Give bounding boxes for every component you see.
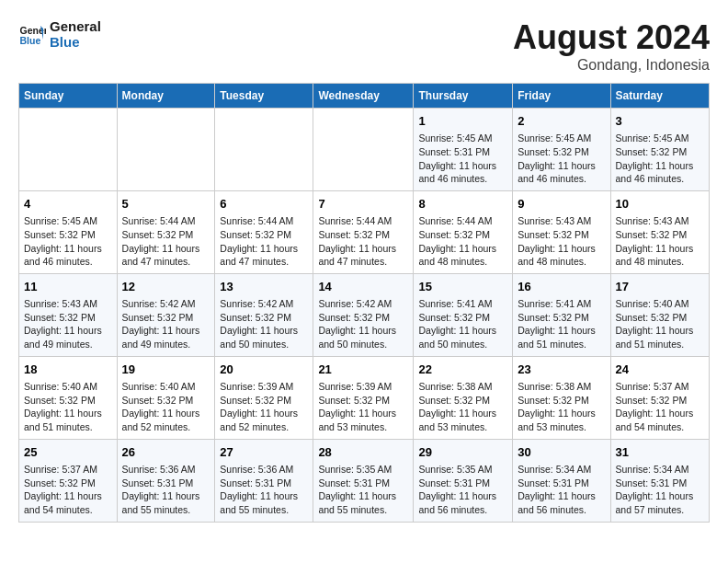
calendar-cell: 20Sunrise: 5:39 AM Sunset: 5:32 PM Dayli… bbox=[215, 356, 313, 439]
day-header-friday: Friday bbox=[513, 84, 610, 109]
day-info: Sunrise: 5:41 AM Sunset: 5:32 PM Dayligh… bbox=[518, 297, 605, 351]
day-number: 4 bbox=[24, 196, 112, 213]
day-info: Sunrise: 5:40 AM Sunset: 5:32 PM Dayligh… bbox=[24, 380, 112, 434]
day-info: Sunrise: 5:45 AM Sunset: 5:32 PM Dayligh… bbox=[616, 132, 705, 186]
calendar-cell: 5Sunrise: 5:44 AM Sunset: 5:32 PM Daylig… bbox=[117, 190, 215, 273]
calendar-body: 1Sunrise: 5:45 AM Sunset: 5:31 PM Daylig… bbox=[19, 109, 710, 523]
day-info: Sunrise: 5:45 AM Sunset: 5:32 PM Dayligh… bbox=[24, 214, 112, 269]
day-number: 21 bbox=[318, 362, 408, 378]
calendar-cell: 30Sunrise: 5:34 AM Sunset: 5:31 PM Dayli… bbox=[513, 439, 610, 522]
calendar-cell: 2Sunrise: 5:45 AM Sunset: 5:32 PM Daylig… bbox=[513, 109, 610, 191]
calendar-cell: 1Sunrise: 5:45 AM Sunset: 5:31 PM Daylig… bbox=[414, 109, 513, 191]
day-info: Sunrise: 5:34 AM Sunset: 5:31 PM Dayligh… bbox=[616, 463, 705, 517]
calendar-cell: 31Sunrise: 5:34 AM Sunset: 5:31 PM Dayli… bbox=[610, 439, 710, 522]
calendar-cell bbox=[117, 109, 215, 191]
day-info: Sunrise: 5:38 AM Sunset: 5:32 PM Dayligh… bbox=[518, 380, 605, 434]
calendar-cell: 19Sunrise: 5:40 AM Sunset: 5:32 PM Dayli… bbox=[117, 356, 215, 439]
calendar-cell: 10Sunrise: 5:43 AM Sunset: 5:32 PM Dayli… bbox=[610, 190, 710, 273]
day-info: Sunrise: 5:42 AM Sunset: 5:32 PM Dayligh… bbox=[122, 297, 210, 351]
day-number: 29 bbox=[418, 444, 507, 461]
day-info: Sunrise: 5:42 AM Sunset: 5:32 PM Dayligh… bbox=[318, 297, 408, 351]
day-info: Sunrise: 5:44 AM Sunset: 5:32 PM Dayligh… bbox=[122, 214, 210, 269]
day-info: Sunrise: 5:39 AM Sunset: 5:32 PM Dayligh… bbox=[318, 380, 408, 434]
day-number: 5 bbox=[122, 196, 210, 213]
calendar-cell: 18Sunrise: 5:40 AM Sunset: 5:32 PM Dayli… bbox=[19, 356, 118, 439]
calendar-cell: 12Sunrise: 5:42 AM Sunset: 5:32 PM Dayli… bbox=[117, 273, 215, 356]
day-number: 31 bbox=[616, 444, 705, 461]
week-row-5: 25Sunrise: 5:37 AM Sunset: 5:32 PM Dayli… bbox=[19, 439, 710, 522]
day-header-tuesday: Tuesday bbox=[215, 84, 313, 109]
day-number: 8 bbox=[418, 196, 507, 213]
day-info: Sunrise: 5:44 AM Sunset: 5:32 PM Dayligh… bbox=[318, 214, 408, 269]
day-number: 15 bbox=[418, 279, 507, 295]
day-info: Sunrise: 5:44 AM Sunset: 5:32 PM Dayligh… bbox=[418, 214, 507, 269]
day-number: 6 bbox=[220, 196, 308, 213]
day-number: 3 bbox=[616, 113, 705, 130]
logo: General Blue General Blue bbox=[18, 18, 101, 50]
day-info: Sunrise: 5:45 AM Sunset: 5:31 PM Dayligh… bbox=[418, 132, 507, 186]
calendar-cell: 13Sunrise: 5:42 AM Sunset: 5:32 PM Dayli… bbox=[215, 273, 313, 356]
day-number: 26 bbox=[122, 444, 210, 461]
calendar-cell: 16Sunrise: 5:41 AM Sunset: 5:32 PM Dayli… bbox=[513, 273, 610, 356]
calendar-cell: 8Sunrise: 5:44 AM Sunset: 5:32 PM Daylig… bbox=[414, 190, 513, 273]
day-info: Sunrise: 5:43 AM Sunset: 5:32 PM Dayligh… bbox=[24, 297, 112, 351]
week-row-2: 4Sunrise: 5:45 AM Sunset: 5:32 PM Daylig… bbox=[19, 190, 710, 273]
calendar-cell: 15Sunrise: 5:41 AM Sunset: 5:32 PM Dayli… bbox=[414, 273, 513, 356]
calendar-cell: 4Sunrise: 5:45 AM Sunset: 5:32 PM Daylig… bbox=[19, 190, 118, 273]
day-number: 16 bbox=[518, 279, 605, 295]
day-number: 9 bbox=[518, 196, 605, 213]
week-row-3: 11Sunrise: 5:43 AM Sunset: 5:32 PM Dayli… bbox=[19, 273, 710, 356]
calendar-cell: 6Sunrise: 5:44 AM Sunset: 5:32 PM Daylig… bbox=[215, 190, 313, 273]
day-number: 25 bbox=[24, 444, 112, 461]
calendar-table: SundayMondayTuesdayWednesdayThursdayFrid… bbox=[18, 83, 710, 523]
week-row-4: 18Sunrise: 5:40 AM Sunset: 5:32 PM Dayli… bbox=[19, 356, 710, 439]
logo-icon: General Blue bbox=[18, 20, 46, 48]
calendar-cell: 27Sunrise: 5:36 AM Sunset: 5:31 PM Dayli… bbox=[215, 439, 313, 522]
day-number: 12 bbox=[122, 279, 210, 295]
calendar-cell: 22Sunrise: 5:38 AM Sunset: 5:32 PM Dayli… bbox=[414, 356, 513, 439]
day-number: 11 bbox=[24, 279, 112, 295]
calendar-cell: 24Sunrise: 5:37 AM Sunset: 5:32 PM Dayli… bbox=[610, 356, 710, 439]
week-row-1: 1Sunrise: 5:45 AM Sunset: 5:31 PM Daylig… bbox=[19, 109, 710, 191]
day-number: 18 bbox=[24, 362, 112, 378]
day-number: 24 bbox=[616, 362, 705, 378]
day-number: 19 bbox=[122, 362, 210, 378]
day-info: Sunrise: 5:37 AM Sunset: 5:32 PM Dayligh… bbox=[24, 463, 112, 517]
calendar-cell: 23Sunrise: 5:38 AM Sunset: 5:32 PM Dayli… bbox=[513, 356, 610, 439]
calendar-cell: 25Sunrise: 5:37 AM Sunset: 5:32 PM Dayli… bbox=[19, 439, 118, 522]
day-info: Sunrise: 5:45 AM Sunset: 5:32 PM Dayligh… bbox=[518, 132, 605, 186]
svg-text:Blue: Blue bbox=[20, 35, 41, 46]
day-header-wednesday: Wednesday bbox=[313, 84, 414, 109]
day-info: Sunrise: 5:43 AM Sunset: 5:32 PM Dayligh… bbox=[518, 214, 605, 269]
page-header: General Blue General Blue August 2024 Go… bbox=[18, 18, 710, 74]
day-info: Sunrise: 5:34 AM Sunset: 5:31 PM Dayligh… bbox=[518, 463, 605, 517]
calendar-cell: 26Sunrise: 5:36 AM Sunset: 5:31 PM Dayli… bbox=[117, 439, 215, 522]
day-info: Sunrise: 5:37 AM Sunset: 5:32 PM Dayligh… bbox=[616, 380, 705, 434]
day-number: 10 bbox=[616, 196, 705, 213]
day-info: Sunrise: 5:35 AM Sunset: 5:31 PM Dayligh… bbox=[318, 463, 408, 517]
day-number: 13 bbox=[220, 279, 308, 295]
day-header-sunday: Sunday bbox=[19, 84, 118, 109]
day-info: Sunrise: 5:36 AM Sunset: 5:31 PM Dayligh… bbox=[220, 463, 308, 517]
day-number: 7 bbox=[318, 196, 408, 213]
calendar-cell: 11Sunrise: 5:43 AM Sunset: 5:32 PM Dayli… bbox=[19, 273, 118, 356]
calendar-cell bbox=[19, 109, 118, 191]
calendar-cell: 7Sunrise: 5:44 AM Sunset: 5:32 PM Daylig… bbox=[313, 190, 414, 273]
main-title: August 2024 bbox=[513, 18, 710, 57]
day-number: 17 bbox=[616, 279, 705, 295]
day-info: Sunrise: 5:35 AM Sunset: 5:31 PM Dayligh… bbox=[418, 463, 507, 517]
day-info: Sunrise: 5:36 AM Sunset: 5:31 PM Dayligh… bbox=[122, 463, 210, 517]
calendar-cell: 9Sunrise: 5:43 AM Sunset: 5:32 PM Daylig… bbox=[513, 190, 610, 273]
day-info: Sunrise: 5:39 AM Sunset: 5:32 PM Dayligh… bbox=[220, 380, 308, 434]
day-header-thursday: Thursday bbox=[414, 84, 513, 109]
calendar-cell bbox=[313, 109, 414, 191]
day-info: Sunrise: 5:42 AM Sunset: 5:32 PM Dayligh… bbox=[220, 297, 308, 351]
day-number: 20 bbox=[220, 362, 308, 378]
calendar-cell bbox=[215, 109, 313, 191]
day-number: 2 bbox=[518, 113, 605, 130]
day-number: 27 bbox=[220, 444, 308, 461]
subtitle: Gondang, Indonesia bbox=[513, 57, 710, 74]
day-number: 1 bbox=[418, 113, 507, 130]
logo-line2: Blue bbox=[50, 34, 101, 50]
logo-line1: General bbox=[50, 18, 101, 34]
